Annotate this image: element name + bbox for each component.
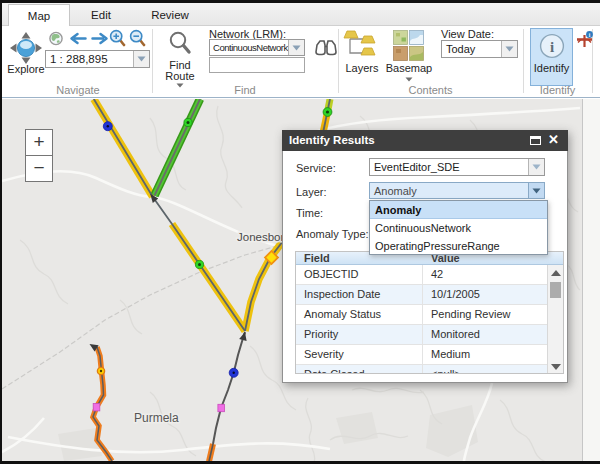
identify-button[interactable]: i Identify bbox=[530, 28, 573, 86]
table-row[interactable]: Inspection Date 10/1/2005 bbox=[296, 285, 549, 305]
binoculars-icon[interactable] bbox=[315, 39, 337, 56]
table-row[interactable]: Date Closed <null> bbox=[296, 365, 549, 374]
layer-dropdown-button[interactable] bbox=[528, 183, 544, 198]
view-date-value: Today bbox=[442, 43, 501, 55]
forward-arrow-icon[interactable] bbox=[90, 32, 110, 45]
marker-pink-square[interactable] bbox=[218, 404, 225, 411]
time-label: Time: bbox=[296, 207, 323, 219]
basemap-button[interactable]: Basemap bbox=[389, 29, 429, 91]
basemap-label: Basemap bbox=[385, 62, 433, 74]
layer-label: Layer: bbox=[296, 186, 327, 198]
network-value: ContinuousNetwork bbox=[210, 42, 288, 53]
view-date-label: View Date: bbox=[441, 28, 494, 40]
service-value: EventEditor_SDE bbox=[370, 161, 528, 173]
map-scale-value: 1 : 288,895 bbox=[46, 53, 133, 65]
table-rows: OBJECTID 42 Inspection Date 10/1/2005 An… bbox=[296, 265, 549, 374]
field-cell: OBJECTID bbox=[296, 265, 423, 284]
value-cell: Medium bbox=[423, 345, 549, 364]
dropdown-option-anomaly[interactable]: Anomaly bbox=[370, 201, 547, 219]
explore-label: Explore bbox=[4, 63, 48, 75]
layers-label: Layers bbox=[338, 62, 386, 74]
zoom-in-magnifier-icon[interactable] bbox=[109, 29, 126, 47]
field-cell: Inspection Date bbox=[296, 285, 423, 304]
map-scale-dropdown-button[interactable] bbox=[133, 51, 149, 67]
basemap-icon bbox=[389, 29, 429, 61]
identify-info-circle-icon: i bbox=[539, 33, 565, 59]
dropdown-option-operatingpressurerange[interactable]: OperatingPressureRange bbox=[370, 237, 547, 255]
group-label-navigate: Navigate bbox=[4, 84, 152, 96]
field-cell: Anomaly Status bbox=[296, 305, 423, 324]
table-row[interactable]: Severity Medium bbox=[296, 345, 549, 365]
chevron-down-icon bbox=[532, 164, 541, 170]
identify-results-table: Field Value OBJECTID 42 Inspection Date … bbox=[295, 251, 564, 374]
map-right-gutter bbox=[582, 99, 600, 461]
explore-compass-icon bbox=[8, 29, 44, 67]
scrollbar-thumb[interactable] bbox=[550, 282, 561, 298]
dropdown-option-continuousnetwork[interactable]: ContinuousNetwork bbox=[370, 219, 547, 237]
find-route-button[interactable]: Find Route bbox=[160, 29, 200, 91]
layer-value: Anomaly bbox=[370, 185, 528, 197]
chevron-down-icon bbox=[405, 77, 413, 82]
zoom-in-button[interactable]: + bbox=[25, 129, 53, 156]
layer-combobox[interactable]: Anomaly bbox=[369, 182, 545, 199]
view-date-combobox[interactable]: Today bbox=[441, 40, 518, 58]
maximize-icon[interactable] bbox=[530, 136, 541, 145]
chevron-down-icon bbox=[532, 188, 541, 194]
group-label-contents: Contents bbox=[338, 84, 523, 96]
find-route-input[interactable] bbox=[209, 57, 305, 73]
value-cell: <null> bbox=[423, 365, 549, 374]
identify-route-tool-icon[interactable]: i bbox=[576, 31, 594, 48]
table-row[interactable]: Anomaly Status Pending Review bbox=[296, 305, 549, 325]
table-row[interactable]: OBJECTID 42 bbox=[296, 265, 549, 285]
service-combobox[interactable]: EventEditor_SDE bbox=[369, 158, 545, 176]
scroll-up-icon[interactable] bbox=[551, 270, 561, 276]
group-label-find: Find bbox=[152, 84, 338, 96]
close-icon[interactable]: ✕ bbox=[548, 133, 560, 147]
network-dropdown-button[interactable] bbox=[288, 40, 304, 55]
value-cell: Monitored bbox=[423, 325, 549, 344]
globe-icon[interactable] bbox=[49, 31, 63, 46]
ribbon-tab-strip: Map Edit Review bbox=[2, 3, 600, 26]
group-label-identify: Identify bbox=[523, 84, 592, 96]
service-dropdown-button[interactable] bbox=[528, 159, 544, 175]
value-cell: 42 bbox=[423, 265, 549, 284]
field-cell: Severity bbox=[296, 345, 423, 364]
table-scrollbar[interactable] bbox=[547, 265, 563, 374]
tab-review[interactable]: Review bbox=[139, 4, 201, 27]
road-gray-south bbox=[209, 333, 245, 461]
identify-results-dialog: Identify Results ✕ Service: EventEditor_… bbox=[282, 130, 568, 383]
map-zoom-control: + − bbox=[25, 129, 53, 182]
zoom-out-magnifier-icon[interactable] bbox=[129, 29, 146, 47]
layers-icon bbox=[342, 29, 382, 61]
layers-button[interactable]: Layers bbox=[342, 29, 382, 77]
value-cell: 10/1/2005 bbox=[423, 285, 549, 304]
dialog-title-bar[interactable]: Identify Results ✕ bbox=[282, 130, 568, 151]
ribbon: Explore 1 : 288,895 Navigate Find Route bbox=[2, 26, 600, 98]
chevron-down-icon bbox=[137, 56, 146, 62]
back-arrow-icon[interactable] bbox=[68, 32, 88, 45]
tab-edit[interactable]: Edit bbox=[70, 4, 132, 27]
value-cell: Pending Review bbox=[423, 305, 549, 324]
find-route-label-line2: Route bbox=[160, 70, 200, 82]
view-date-dropdown-button[interactable] bbox=[501, 41, 517, 57]
marker-pink-square[interactable] bbox=[93, 404, 100, 411]
field-cell: Date Closed bbox=[296, 365, 423, 374]
network-combobox[interactable]: ContinuousNetwork bbox=[209, 39, 305, 56]
layer-dropdown-list: Anomaly ContinuousNetwork OperatingPress… bbox=[369, 200, 548, 255]
map-scale-combobox[interactable]: 1 : 288,895 bbox=[45, 50, 150, 68]
tab-map[interactable]: Map bbox=[8, 4, 70, 27]
dialog-title: Identify Results bbox=[289, 134, 375, 146]
arrow-stub bbox=[244, 332, 245, 336]
service-label: Service: bbox=[296, 162, 336, 174]
chevron-down-icon bbox=[292, 45, 301, 51]
scroll-down-icon[interactable] bbox=[551, 364, 561, 370]
zoom-out-button[interactable]: − bbox=[25, 155, 53, 182]
map-label-purmela: Purmela bbox=[134, 411, 179, 425]
svg-text:i: i bbox=[550, 39, 554, 55]
field-cell: Priority bbox=[296, 325, 423, 344]
explore-button[interactable]: Explore bbox=[8, 29, 44, 77]
table-row[interactable]: Priority Monitored bbox=[296, 325, 549, 345]
anomaly-type-label: Anomaly Type: bbox=[296, 228, 369, 240]
identify-button-label: Identify bbox=[531, 62, 572, 74]
chevron-down-icon bbox=[505, 46, 514, 52]
